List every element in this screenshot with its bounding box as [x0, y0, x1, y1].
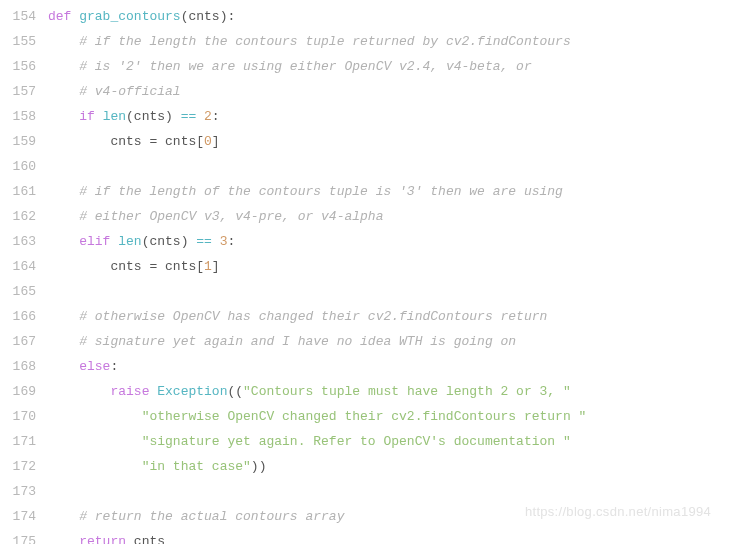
token-cmt: # either OpenCV v3, v4-pre, or v4-alpha [79, 209, 383, 224]
code-editor: 1541551561571581591601611621631641651661… [0, 0, 729, 544]
code-line: # v4-official [48, 79, 729, 104]
code-line: # is '2' then we are using either OpenCV… [48, 54, 729, 79]
token-var: cnts = cnts[ [110, 134, 204, 149]
line-number: 174 [0, 504, 36, 529]
token-cmt: # return the actual contours array [79, 509, 344, 524]
token-kw: else [79, 359, 110, 374]
token-var: cnts = cnts[ [110, 259, 204, 274]
token-punc: : [110, 359, 118, 374]
line-number: 154 [0, 4, 36, 29]
token-cmt: # is '2' then we are using either OpenCV… [79, 59, 531, 74]
line-number: 156 [0, 54, 36, 79]
token-op: == [196, 234, 219, 249]
code-line [48, 154, 729, 179]
code-line: # if the length of the contours tuple is… [48, 179, 729, 204]
line-number: 161 [0, 179, 36, 204]
line-number: 173 [0, 479, 36, 504]
line-number: 155 [0, 29, 36, 54]
code-line: else: [48, 354, 729, 379]
line-number: 160 [0, 154, 36, 179]
code-line: if len(cnts) == 2: [48, 104, 729, 129]
line-number: 157 [0, 79, 36, 104]
token-punc: (cnts) [142, 234, 197, 249]
line-number: 175 [0, 529, 36, 544]
token-kw: raise [110, 384, 157, 399]
line-number: 164 [0, 254, 36, 279]
line-number: 171 [0, 429, 36, 454]
line-number: 159 [0, 129, 36, 154]
code-line: # return the actual contours array [48, 504, 729, 529]
token-fn: len [103, 109, 126, 124]
token-str: "Contours tuple must have length 2 or 3,… [243, 384, 571, 399]
line-number: 163 [0, 229, 36, 254]
token-punc: : [212, 109, 220, 124]
code-line: # otherwise OpenCV has changed their cv2… [48, 304, 729, 329]
code-line: "in that case")) [48, 454, 729, 479]
token-punc: (cnts) [126, 109, 181, 124]
token-cmt: # if the length the contours tuple retur… [79, 34, 570, 49]
token-cmt: # v4-official [79, 84, 180, 99]
line-number: 162 [0, 204, 36, 229]
code-line: # either OpenCV v3, v4-pre, or v4-alpha [48, 204, 729, 229]
code-line: def grab_contours(cnts): [48, 4, 729, 29]
line-number: 168 [0, 354, 36, 379]
code-line [48, 279, 729, 304]
token-fn: len [118, 234, 141, 249]
code-line: "otherwise OpenCV changed their cv2.find… [48, 404, 729, 429]
line-number: 158 [0, 104, 36, 129]
token-num: 1 [204, 259, 212, 274]
token-exc: Exception [157, 384, 227, 399]
token-kw: def [48, 9, 79, 24]
code-line: "signature yet again. Refer to OpenCV's … [48, 429, 729, 454]
code-line: cnts = cnts[0] [48, 129, 729, 154]
line-number: 166 [0, 304, 36, 329]
token-punc: )) [251, 459, 267, 474]
token-var: cnts [134, 534, 165, 544]
token-kw: if [79, 109, 102, 124]
token-var: ] [212, 259, 220, 274]
token-kw: return [79, 534, 134, 544]
token-fn: grab_contours [79, 9, 180, 24]
token-cmt: # if the length of the contours tuple is… [79, 184, 563, 199]
line-number: 167 [0, 329, 36, 354]
token-punc: : [227, 234, 235, 249]
token-punc: (( [227, 384, 243, 399]
line-number: 165 [0, 279, 36, 304]
token-cmt: # signature yet again and I have no idea… [79, 334, 516, 349]
token-num: 2 [204, 109, 212, 124]
code-line: # if the length the contours tuple retur… [48, 29, 729, 54]
token-cmt: # otherwise OpenCV has changed their cv2… [79, 309, 547, 324]
token-kw: elif [79, 234, 118, 249]
code-line: cnts = cnts[1] [48, 254, 729, 279]
code-line: raise Exception(("Contours tuple must ha… [48, 379, 729, 404]
code-line: elif len(cnts) == 3: [48, 229, 729, 254]
token-op: == [181, 109, 204, 124]
code-area: def grab_contours(cnts): # if the length… [48, 0, 729, 544]
code-line [48, 479, 729, 504]
token-num: 0 [204, 134, 212, 149]
token-str: "in that case" [142, 459, 251, 474]
token-str: "otherwise OpenCV changed their cv2.find… [142, 409, 587, 424]
line-number-gutter: 1541551561571581591601611621631641651661… [0, 0, 48, 544]
code-line: return cnts [48, 529, 729, 544]
code-line: # signature yet again and I have no idea… [48, 329, 729, 354]
token-str: "signature yet again. Refer to OpenCV's … [142, 434, 571, 449]
token-punc: (cnts): [181, 9, 236, 24]
line-number: 172 [0, 454, 36, 479]
line-number: 170 [0, 404, 36, 429]
token-var: ] [212, 134, 220, 149]
line-number: 169 [0, 379, 36, 404]
